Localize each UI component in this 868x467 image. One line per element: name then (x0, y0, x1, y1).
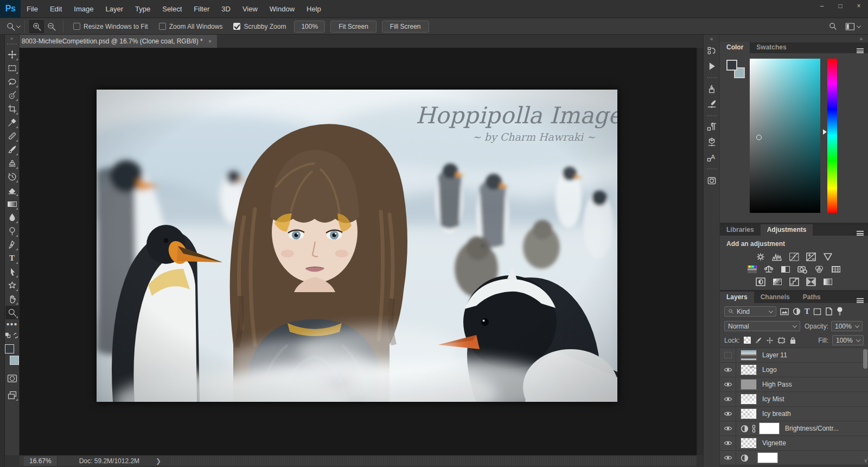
layers-scrollbar[interactable]: ∨ (863, 349, 867, 463)
channel-mixer-icon[interactable] (813, 264, 825, 274)
tab-swatches[interactable]: Swatches (750, 42, 793, 53)
properties-panel-icon[interactable] (705, 136, 718, 149)
dock-expand-button[interactable]: « (710, 35, 713, 43)
saturation-brightness-field[interactable] (750, 59, 820, 213)
layer-row[interactable]: Layer 11 (720, 348, 868, 363)
filter-shape-icon[interactable] (813, 308, 821, 315)
layer-thumbnail[interactable] (741, 379, 757, 390)
fill-screen-button[interactable]: Fill Screen (382, 21, 429, 33)
menu-3d[interactable]: 3D (215, 0, 237, 18)
menu-window[interactable]: Window (264, 0, 301, 18)
visibility-toggle[interactable] (720, 392, 736, 406)
layer-row[interactable]: Icy Mist (720, 392, 868, 407)
layer-thumbnail[interactable] (741, 350, 757, 361)
tab-paths[interactable]: Paths (796, 292, 827, 303)
blend-mode-dropdown[interactable]: Normal (724, 321, 800, 331)
menu-help[interactable]: Help (301, 0, 327, 18)
visibility-toggle[interactable] (720, 377, 736, 392)
menu-edit[interactable]: Edit (44, 0, 68, 18)
lock-pixels-icon[interactable] (755, 337, 762, 344)
lock-position-icon[interactable] (766, 337, 774, 344)
layer-row[interactable]: Icy breath (720, 407, 868, 421)
lock-all-icon[interactable] (789, 337, 796, 344)
adjustment-layer-icon[interactable] (741, 425, 749, 433)
tab-color[interactable]: Color (720, 42, 750, 53)
threshold-icon[interactable] (788, 277, 800, 286)
panel-menu-icon[interactable] (857, 298, 864, 303)
tool-blur[interactable] (5, 211, 19, 224)
screen-mode-button[interactable] (5, 388, 19, 402)
black-white-icon[interactable] (780, 264, 792, 274)
status-zoom-field[interactable]: 16.67% (24, 456, 58, 466)
filter-smart-object-icon[interactable] (825, 307, 833, 315)
history-panel-icon[interactable] (705, 45, 718, 58)
tool-move[interactable] (5, 48, 19, 61)
edit-toolbar-button[interactable]: ●●● (5, 319, 19, 328)
menu-type[interactable]: Type (129, 0, 156, 18)
background-color-swatch[interactable] (10, 356, 19, 365)
foreground-color-swatch[interactable] (5, 344, 14, 354)
filter-type-icon[interactable]: T (805, 307, 809, 316)
canvas-workspace[interactable]: Hoppipolla Imagery ~ by Charm Hawraki ~ (20, 48, 697, 455)
tool-pen[interactable] (5, 238, 19, 251)
layer-name[interactable]: Vignette (762, 439, 786, 447)
hue-slider[interactable] (827, 59, 837, 213)
zoom-percent-field[interactable]: 100% (294, 21, 325, 33)
gradient-map-icon[interactable] (805, 277, 817, 286)
tab-close-icon[interactable]: × (208, 38, 212, 45)
brightness-contrast-icon[interactable] (755, 252, 767, 261)
layer-name[interactable]: Brightness/Contr... (785, 425, 839, 432)
current-tool-zoom-icon[interactable] (5, 20, 20, 33)
tool-quick-selection[interactable] (5, 89, 19, 102)
close-button[interactable]: × (850, 0, 868, 12)
layer-row[interactable]: Brightness/Contr... (720, 421, 868, 436)
tab-layers[interactable]: Layers (720, 292, 754, 303)
lock-transparency-icon[interactable] (744, 337, 751, 344)
invert-icon[interactable] (755, 277, 767, 286)
tool-gradient[interactable] (5, 197, 19, 211)
posterize-icon[interactable] (771, 277, 783, 286)
layer-name[interactable]: Icy Mist (762, 395, 784, 403)
layer-row[interactable]: Vignette (720, 436, 868, 451)
layer-row[interactable]: Logo (720, 363, 868, 377)
photo-filter-icon[interactable] (796, 264, 808, 274)
workspace-switcher[interactable] (845, 22, 860, 31)
vibrance-icon[interactable] (822, 252, 834, 261)
selective-color-icon[interactable] (822, 277, 834, 286)
menu-select[interactable]: Select (156, 0, 188, 18)
adjustment-layer-icon[interactable] (741, 454, 749, 462)
paragraph-styles-panel-icon[interactable] (705, 121, 718, 134)
document-tab[interactable]: 8003-MichelleCompetition.psd @ 16.7% (Cl… (16, 35, 217, 48)
visibility-toggle[interactable] (720, 348, 736, 362)
curves-icon[interactable] (788, 252, 800, 261)
layer-thumbnail[interactable] (741, 408, 757, 419)
layers-scrollbar-thumb[interactable] (863, 349, 867, 369)
visibility-toggle[interactable] (720, 363, 736, 377)
tool-path-selection[interactable] (5, 265, 19, 279)
layer-name[interactable]: Icy breath (762, 410, 791, 418)
filter-adjustment-icon[interactable] (793, 307, 801, 315)
layer-row[interactable]: High Pass (720, 377, 868, 392)
maximize-button[interactable]: □ (831, 0, 850, 12)
fill-dropdown[interactable]: 100% (832, 335, 864, 345)
dock-collapse-button[interactable]: » (859, 36, 863, 42)
menu-view[interactable]: View (237, 0, 264, 18)
tool-brush[interactable] (5, 143, 19, 156)
toolbar-grip[interactable] (7, 43, 17, 45)
filter-kind-dropdown[interactable]: Kind (724, 306, 776, 317)
layer-mask-thumbnail[interactable] (757, 452, 778, 463)
minimize-button[interactable]: – (813, 0, 831, 12)
visibility-toggle[interactable] (720, 451, 736, 465)
search-icon[interactable] (828, 22, 838, 31)
layer-row-partial[interactable] (720, 451, 868, 465)
menu-image[interactable]: Image (68, 0, 99, 18)
zoom-out-button[interactable] (44, 20, 59, 33)
hue-saturation-icon[interactable] (746, 264, 758, 274)
tool-rectangular-marquee[interactable] (5, 61, 19, 75)
document-image[interactable]: Hoppipolla Imagery ~ by Charm Hawraki ~ (97, 90, 617, 402)
quick-mask-button[interactable] (5, 371, 19, 385)
color-foreground-swatch[interactable] (726, 60, 737, 71)
tool-history-brush[interactable] (5, 170, 19, 184)
scrubby-zoom-checkbox[interactable]: Scrubby Zoom (233, 23, 286, 30)
layer-thumbnail[interactable] (741, 394, 757, 405)
